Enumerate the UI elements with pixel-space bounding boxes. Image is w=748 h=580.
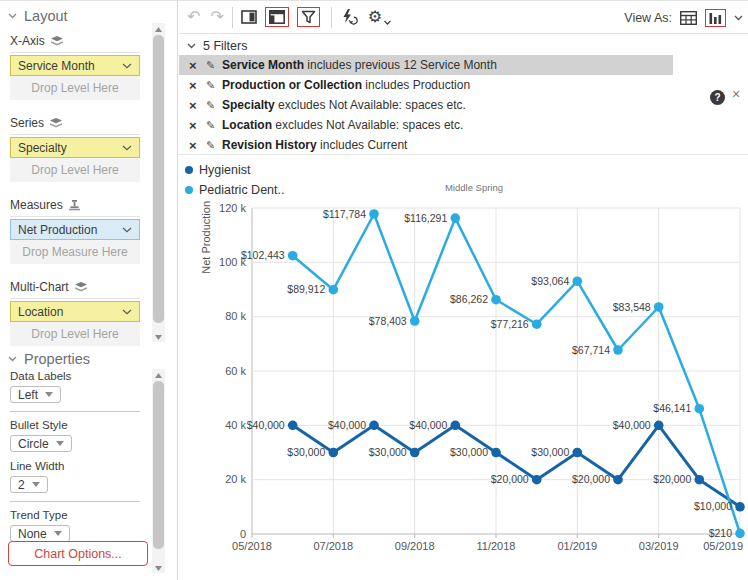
- scroll-up-icon[interactable]: [152, 23, 165, 34]
- view-menu-chevron-icon[interactable]: [734, 15, 743, 21]
- dropdown-arrow-icon: [56, 441, 64, 446]
- properties-scrollbar[interactable]: [152, 369, 165, 573]
- svg-text:$30,000: $30,000: [287, 446, 325, 458]
- remove-filter-icon[interactable]: ×: [189, 139, 203, 152]
- drop-zone[interactable]: Drop Level Here: [10, 158, 140, 182]
- filter-icon[interactable]: [297, 7, 320, 27]
- scrollbar-thumb[interactable]: [153, 35, 164, 323]
- divider: [10, 501, 140, 502]
- scroll-up-icon[interactable]: [152, 369, 165, 380]
- layout-group-multi-chart: Multi-ChartLocationDrop Level Here: [0, 280, 150, 346]
- property-label: Trend Type: [10, 509, 150, 522]
- trend-type-dropdown[interactable]: None: [10, 525, 70, 542]
- chart-options-button[interactable]: Chart Options...: [8, 541, 148, 566]
- svg-text:09/2018: 09/2018: [395, 540, 435, 552]
- svg-text:$10,000: $10,000: [694, 500, 732, 512]
- remove-filter-icon[interactable]: ×: [189, 119, 203, 132]
- svg-text:$40,000: $40,000: [328, 419, 366, 431]
- property-label: Line Width: [10, 460, 150, 473]
- dropdown-arrow-icon: [32, 482, 40, 487]
- svg-text:20 k: 20 k: [225, 473, 246, 485]
- svg-text:$89,912: $89,912: [287, 283, 325, 295]
- settings-gear-icon[interactable]: ⚙: [368, 9, 391, 25]
- line-chart[interactable]: 05/201807/201809/201811/201801/201903/20…: [200, 196, 748, 571]
- svg-text:$20,000: $20,000: [491, 473, 529, 485]
- main-area: ↶ ↷ ⚙ View As:: [179, 1, 748, 580]
- section-label: Measures: [10, 198, 150, 212]
- measure-icon: [69, 200, 80, 211]
- bullet-style-dropdown[interactable]: Circle: [10, 435, 72, 452]
- multi-chart-dropdown[interactable]: Location: [10, 301, 140, 322]
- scrollbar-thumb[interactable]: [153, 381, 164, 549]
- layers-icon: [51, 36, 63, 46]
- divider: [10, 411, 140, 412]
- svg-text:$93,064: $93,064: [531, 275, 569, 287]
- svg-text:$210: $210: [709, 527, 733, 539]
- view-as-label: View As:: [624, 11, 672, 25]
- svg-text:$77,216: $77,216: [491, 318, 529, 330]
- edit-filter-icon[interactable]: ✎: [206, 99, 222, 112]
- layout-section-header[interactable]: Layout: [8, 8, 68, 24]
- panel-icon[interactable]: [241, 10, 257, 24]
- drop-zone[interactable]: Drop Measure Here: [10, 240, 140, 264]
- line-width-dropdown[interactable]: 2: [10, 476, 48, 493]
- svg-text:80 k: 80 k: [225, 310, 246, 322]
- remove-filter-icon[interactable]: ×: [189, 79, 203, 92]
- dropdown-arrow-icon: [45, 392, 53, 397]
- legend-label: Hygienist: [199, 163, 250, 177]
- chevron-down-icon: [122, 227, 132, 233]
- filter-row[interactable]: ×✎Service Month includes previous 12 Ser…: [179, 55, 673, 75]
- svg-text:40 k: 40 k: [225, 419, 246, 431]
- bar-chart-view-icon[interactable]: [705, 9, 726, 27]
- svg-text:$78,403: $78,403: [369, 315, 407, 327]
- close-icon[interactable]: ×: [732, 87, 740, 101]
- filter-description: Location excludes Not Available: spaces …: [222, 118, 463, 132]
- edit-filter-icon[interactable]: ✎: [206, 139, 222, 152]
- scroll-down-icon[interactable]: [152, 331, 165, 342]
- help-icon[interactable]: ?: [710, 90, 725, 105]
- scroll-down-icon[interactable]: [152, 562, 165, 573]
- filter-row[interactable]: ×✎Production or Collection includes Prod…: [179, 75, 673, 95]
- properties-section-header[interactable]: Properties: [8, 351, 90, 367]
- divider: [10, 216, 140, 217]
- chevron-down-icon: [122, 309, 132, 315]
- remove-filter-icon[interactable]: ×: [189, 59, 203, 72]
- drop-zone[interactable]: Drop Level Here: [10, 76, 140, 100]
- edit-filter-icon[interactable]: ✎: [206, 119, 222, 132]
- layout-panel-icon[interactable]: [265, 7, 289, 27]
- filter-row[interactable]: ×✎Revision History includes Current: [179, 135, 673, 155]
- x-axis-dropdown[interactable]: Service Month: [10, 55, 140, 76]
- layout-group-x-axis: X-AxisService MonthDrop Level Here: [0, 34, 150, 100]
- redo-icon[interactable]: ↷: [210, 9, 223, 25]
- undo-icon[interactable]: ↶: [187, 9, 200, 25]
- chevron-down-icon: [122, 145, 132, 151]
- filters-header-label: 5 Filters: [203, 39, 247, 53]
- svg-text:$30,000: $30,000: [369, 446, 407, 458]
- divider: [10, 298, 140, 299]
- series-dropdown[interactable]: Specialty: [10, 137, 140, 158]
- svg-text:Net Production: Net Production: [200, 201, 212, 274]
- section-label: Series: [10, 116, 150, 130]
- legend-item[interactable]: Hygienist: [185, 160, 284, 180]
- svg-text:$20,000: $20,000: [653, 473, 691, 485]
- filter-description: Service Month includes previous 12 Servi…: [222, 58, 497, 72]
- layout-scrollbar[interactable]: [152, 23, 165, 342]
- edit-filter-icon[interactable]: ✎: [206, 59, 222, 72]
- properties-header-label: Properties: [24, 351, 90, 367]
- svg-text:0: 0: [240, 528, 246, 540]
- svg-text:$117,784: $117,784: [323, 208, 366, 220]
- table-view-icon[interactable]: [680, 11, 697, 25]
- filter-row[interactable]: ×✎Specialty excludes Not Available: spac…: [179, 95, 673, 115]
- measures-dropdown[interactable]: Net Production: [10, 219, 140, 240]
- data-labels-dropdown[interactable]: Left: [10, 386, 61, 403]
- svg-text:05/2018: 05/2018: [232, 540, 272, 552]
- run-refresh-icon[interactable]: [340, 9, 358, 25]
- drop-zone[interactable]: Drop Level Here: [10, 322, 140, 346]
- svg-text:$30,000: $30,000: [531, 446, 569, 458]
- filter-row[interactable]: ×✎Location excludes Not Available: space…: [179, 115, 673, 135]
- chart-legend: HygienistPediatric Dent..: [185, 160, 284, 200]
- edit-filter-icon[interactable]: ✎: [206, 79, 222, 92]
- remove-filter-icon[interactable]: ×: [189, 99, 203, 112]
- filters-header[interactable]: 5 Filters: [187, 39, 247, 53]
- svg-text:60 k: 60 k: [225, 365, 246, 377]
